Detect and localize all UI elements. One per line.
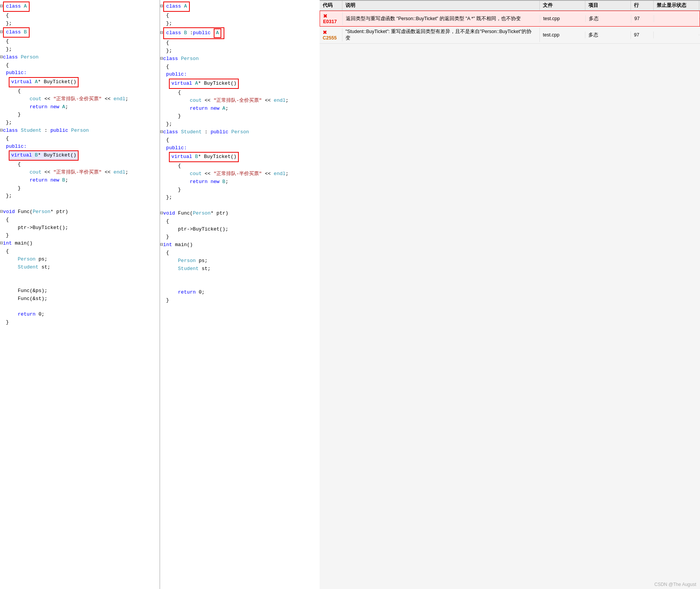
error-cell-suppress-2 <box>654 34 699 36</box>
r-kw-public-person: public: <box>166 71 187 77</box>
r-brace-person-close: }; <box>166 121 172 127</box>
brace-open-person: { <box>6 62 9 68</box>
r-cls-b: B <box>184 30 187 36</box>
r-fn-ptr-call: ptr <box>178 226 187 232</box>
cls-a-inst: A <box>62 104 65 110</box>
r-line-indent-s3 <box>160 154 169 159</box>
r-kw-class-student: class <box>163 129 178 135</box>
str-halfprice: "正常排队-半价买票" <box>53 169 101 175</box>
r-type-b-ptr: B <box>195 154 198 159</box>
r-cls-a-inst: A <box>222 106 225 111</box>
brace-main-close: } <box>6 319 9 325</box>
fn-ptr-call: ptr <box>18 225 27 231</box>
r-endl-kw: endl <box>274 98 285 103</box>
line-class-b-box: class B <box>3 29 30 35</box>
r-brace-func-close: } <box>166 234 169 240</box>
left-panel: ⊟class A { }; ⊟class B { }; ⊟class Perso… <box>0 0 159 589</box>
brace-main-open: { <box>6 248 9 254</box>
r-kw-public-student2: public: <box>166 145 187 151</box>
error-icon-2: ✖ <box>323 29 327 35</box>
r-type-a-ptr: A <box>195 81 198 86</box>
r-cout-s-kw: cout <box>190 171 202 177</box>
cls-student: Student <box>21 128 42 133</box>
fold-gutter-b: ⊟ <box>0 29 3 35</box>
r-kw-new-a: new <box>211 106 219 111</box>
error-row-1[interactable]: ✖ E0317 返回类型与重写虚函数 "Person::BuyTicket" 的… <box>320 11 700 27</box>
line-braces-a2: }; <box>6 21 12 26</box>
cls-b: B <box>24 29 27 35</box>
r-brace-student-close: }; <box>166 194 172 200</box>
brace-func-open: { <box>6 217 9 223</box>
r-kw-virtual: virtual <box>171 81 192 86</box>
line-braces-b: { <box>6 38 9 44</box>
fn-buyticket-s: BuyTicket <box>44 152 70 158</box>
kw-class-b: class <box>6 29 21 35</box>
r-endl-s-kw: endl <box>274 171 285 177</box>
line-indent-3 <box>0 79 9 85</box>
r-kw-int: int <box>163 242 172 248</box>
r-line-class-a-box: class A <box>163 3 190 9</box>
line-braces-a: { <box>6 13 9 18</box>
fold-gutter-student: ⊟ <box>0 128 3 133</box>
error-cell-suppress-1 <box>654 18 700 19</box>
error-cell-desc-1: 返回类型与重写虚函数 "Person::BuyTicket" 的返回类型 "A … <box>343 15 540 23</box>
r-fn-buyticket-s: BuyTicket <box>204 154 230 159</box>
line-braces-b2: }; <box>6 46 12 52</box>
endl-kw: endl <box>114 96 125 102</box>
error-cell-proj-2: 多态 <box>585 31 631 39</box>
right-panel: ⊟class A { }; ⊟class B :public A { }; ⊟c… <box>160 0 320 589</box>
kw-public-student: public: <box>6 144 27 149</box>
cls-person-ref: Person <box>71 128 89 133</box>
error-row-2[interactable]: ✖ C2555 "Student::BuyTicket": 重写虚函数返回类型有… <box>320 27 700 44</box>
r-str-fullprice: "正常排队-全价买票" <box>213 98 262 103</box>
fold-gutter-func: ⊟ <box>0 209 3 215</box>
endl-s-kw: endl <box>114 169 125 175</box>
r-kw-public-b: public <box>193 30 211 36</box>
brace-student-close: }; <box>6 193 12 199</box>
fn-main: main <box>15 240 27 246</box>
brace-func-close: } <box>6 232 9 238</box>
r-fold-gutter-1: ⊟ <box>160 3 163 9</box>
kw-return-main: return <box>18 311 36 317</box>
col-header-line: 行 <box>631 1 654 10</box>
r-fold-gutter-func: ⊟ <box>160 210 163 216</box>
cls-a: A <box>24 3 27 9</box>
r-brace-b2: }; <box>166 48 172 54</box>
cls-person: Person <box>21 54 39 60</box>
r-kw-class: class <box>166 3 181 9</box>
r-brace-sbody-close: } <box>178 187 181 193</box>
kw-void: void <box>3 209 15 215</box>
col-header-file: 文件 <box>540 1 585 10</box>
r-cout-kw: cout <box>190 98 202 103</box>
fn-func-ps: Func <box>18 288 30 294</box>
col-header-suppress: 禁止显示状态 <box>654 1 699 10</box>
cls-b-inst: B <box>62 177 65 183</box>
error-cell-proj-1: 多态 <box>586 15 631 23</box>
error-cell-line-1: 97 <box>631 15 654 22</box>
kw-class-student: class <box>3 128 18 133</box>
r-fold-gutter-person: ⊟ <box>160 56 163 62</box>
r-virtual-box-student: virtual B* BuyTicket() <box>169 152 239 162</box>
kw-virtual-s: virtual <box>11 152 32 158</box>
r-fn-func: Func <box>178 210 190 216</box>
r-kw-return-a: return <box>190 106 208 111</box>
r-cls-person-ps: Person <box>178 258 196 264</box>
r-brace-func-open: { <box>166 218 169 224</box>
r-brace-a: { <box>166 13 169 18</box>
error-cell-icon-1: ✖ E0317 <box>320 12 343 25</box>
r-kw-virtual-s: virtual <box>171 154 192 159</box>
brace-open-student: { <box>6 136 9 141</box>
r-kw-return-main: return <box>178 289 196 295</box>
r-brace-sbody-open: { <box>178 163 181 169</box>
r-cls-a-ref: A <box>216 30 219 36</box>
fn-func-st: Func <box>18 296 30 302</box>
r-cls-person-ref: Person <box>231 129 249 135</box>
col-header-code: 代码 <box>320 1 342 10</box>
right-code-area: ⊟class A { }; ⊟class B :public A { }; ⊟c… <box>160 0 320 322</box>
r-cls-a: A <box>184 3 187 9</box>
r-brace-main-open: { <box>166 250 169 256</box>
r-brace-open-person: { <box>166 64 169 69</box>
r-cls-person-param: Person <box>193 210 211 216</box>
cls-person-param: Person <box>33 209 50 215</box>
brace-body-open: { <box>18 88 21 94</box>
